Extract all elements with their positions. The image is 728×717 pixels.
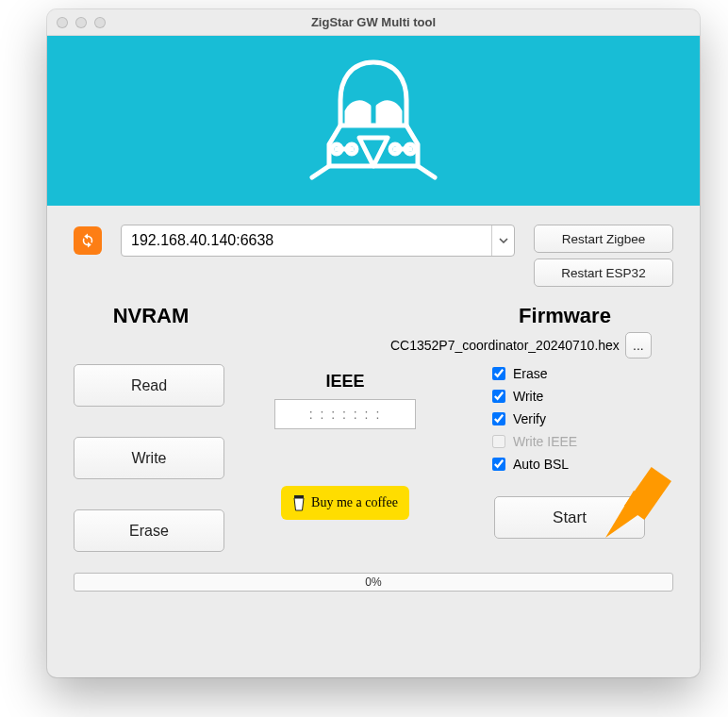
erase-checkbox[interactable] xyxy=(492,367,505,380)
refresh-icon xyxy=(79,232,96,249)
ieee-input[interactable] xyxy=(274,399,416,429)
firmware-column: Firmware CC1352P7_coordinator_20240710.h… xyxy=(456,304,673,552)
write-checkbox[interactable] xyxy=(492,390,505,403)
restart-esp32-button[interactable]: Restart ESP32 xyxy=(534,258,673,287)
coffee-label: Buy me a coffee xyxy=(311,495,398,510)
restart-zigbee-button[interactable]: Restart Zigbee xyxy=(534,225,673,253)
buy-me-a-coffee-button[interactable]: Buy me a coffee xyxy=(281,486,409,520)
ieee-heading: IEEE xyxy=(253,372,438,392)
write-label: Write xyxy=(513,389,543,404)
erase-checkbox-row[interactable]: Erase xyxy=(492,366,673,381)
verify-checkbox-row[interactable]: Verify xyxy=(492,411,673,426)
progress-bar: 0% xyxy=(74,573,673,592)
minimize-icon[interactable] xyxy=(75,17,87,28)
content-area: Restart Zigbee Restart ESP32 NVRAM Read … xyxy=(47,206,700,610)
address-combo[interactable] xyxy=(121,225,515,257)
restart-buttons: Restart Zigbee Restart ESP32 xyxy=(534,225,673,287)
zoom-icon[interactable] xyxy=(94,17,106,28)
darth-vader-icon xyxy=(303,55,444,187)
firmware-file-name: CC1352P7_coordinator_20240710.hex xyxy=(390,338,620,353)
chevron-down-icon xyxy=(499,238,508,243)
firmware-options: Erase Write Verify Write IEEE xyxy=(492,366,673,472)
close-icon[interactable] xyxy=(57,17,68,28)
firmware-file-row: CC1352P7_coordinator_20240710.hex ... xyxy=(456,332,673,358)
main-columns: NVRAM Read Write Erase IEEE Buy me a cof… xyxy=(74,304,673,552)
connection-row: Restart Zigbee Restart ESP32 xyxy=(74,225,673,287)
address-input[interactable] xyxy=(122,225,491,256)
banner xyxy=(47,36,700,206)
coffee-cup-icon xyxy=(292,493,306,512)
write-checkbox-row[interactable]: Write xyxy=(492,389,673,404)
auto-bsl-label: Auto BSL xyxy=(513,457,569,472)
verify-checkbox[interactable] xyxy=(492,412,505,425)
nvram-heading: NVRAM xyxy=(68,304,234,328)
nvram-column: NVRAM Read Write Erase xyxy=(74,304,234,552)
browse-file-button[interactable]: ... xyxy=(625,332,652,358)
titlebar: ZigStar GW Multi tool xyxy=(47,9,700,36)
auto-bsl-checkbox[interactable] xyxy=(492,458,505,471)
app-window: ZigStar GW Multi tool xyxy=(47,9,700,677)
window-controls xyxy=(57,17,106,28)
write-ieee-label: Write IEEE xyxy=(513,434,577,449)
nvram-read-button[interactable]: Read xyxy=(74,364,224,407)
nvram-write-button[interactable]: Write xyxy=(74,437,224,479)
refresh-button[interactable] xyxy=(74,226,102,255)
write-ieee-checkbox-row: Write IEEE xyxy=(492,434,673,449)
window-title: ZigStar GW Multi tool xyxy=(47,15,700,29)
combo-dropdown-button[interactable] xyxy=(491,225,514,256)
firmware-heading: Firmware xyxy=(456,304,673,328)
auto-bsl-checkbox-row[interactable]: Auto BSL xyxy=(492,457,673,472)
erase-label: Erase xyxy=(513,366,548,381)
write-ieee-checkbox xyxy=(492,435,505,448)
nvram-erase-button[interactable]: Erase xyxy=(74,509,224,552)
start-button[interactable]: Start xyxy=(494,496,645,539)
progress-text: 0% xyxy=(365,575,381,589)
verify-label: Verify xyxy=(513,411,546,426)
